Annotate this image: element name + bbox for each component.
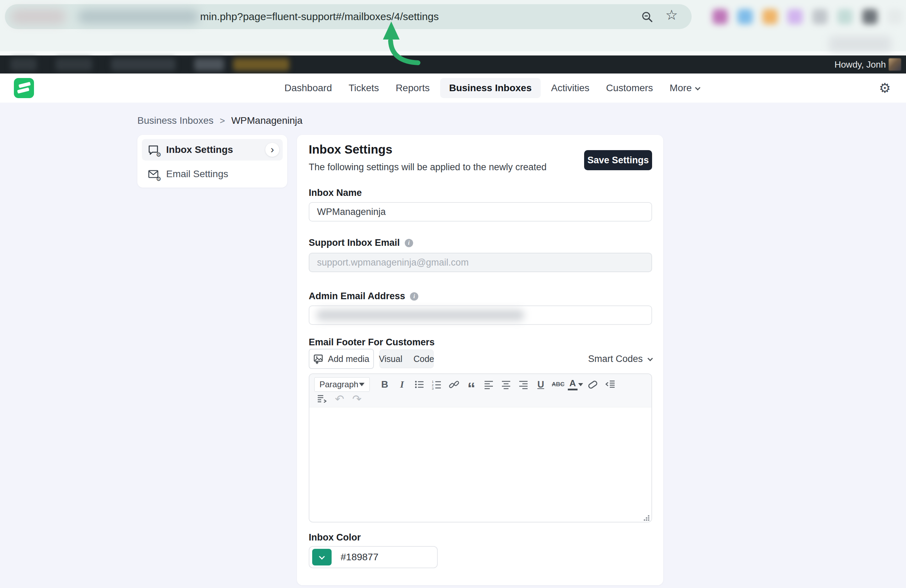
align-center-button[interactable] xyxy=(498,377,514,392)
editor-toolbar: Paragraph B I 123 xyxy=(309,374,651,407)
blurred-menu-item[interactable] xyxy=(111,58,175,71)
label-text: Admin Email Address xyxy=(309,291,405,302)
undo-button[interactable]: ↶ xyxy=(332,392,348,406)
wp-admin-bar: Howdy, Jonh xyxy=(0,56,906,73)
fluent-support-logo-icon[interactable] xyxy=(14,78,34,98)
breadcrumb-separator: > xyxy=(220,115,225,126)
smart-codes-label: Smart Codes xyxy=(588,354,643,364)
blurred-menu-item[interactable] xyxy=(233,58,289,71)
nav-menu: Dashboard Tickets Reports Business Inbox… xyxy=(276,73,708,103)
nav-item-activities[interactable]: Activities xyxy=(543,73,598,103)
editor-mode-tabs: Visual Code xyxy=(380,349,434,368)
info-icon[interactable]: i xyxy=(405,239,413,247)
breadcrumb: Business Inboxes > WPManageninja xyxy=(137,115,303,126)
support-inbox-email-label: Support Inbox Email i xyxy=(309,237,413,248)
blurred-menu-item[interactable] xyxy=(194,58,224,71)
nav-item-business-inboxes[interactable]: Business Inboxes xyxy=(440,78,541,98)
avatar[interactable] xyxy=(888,58,901,71)
nav-item-customers[interactable]: Customers xyxy=(598,73,661,103)
inbox-name-label: Inbox Name xyxy=(309,188,362,198)
paragraph-label: Paragraph xyxy=(319,380,358,389)
extension-icon[interactable] xyxy=(713,9,728,24)
more-label: More xyxy=(670,83,692,94)
extension-icon[interactable] xyxy=(837,9,853,24)
blurred-url-prefix xyxy=(78,10,199,24)
text-color-button[interactable]: A xyxy=(568,377,584,392)
admin-email-label: Admin Email Address i xyxy=(309,291,418,302)
add-media-label: Add media xyxy=(328,354,369,364)
extension-icon[interactable] xyxy=(737,9,753,24)
sidebar-item-inbox-settings[interactable]: ⚙ Inbox Settings › xyxy=(142,139,283,161)
tab-code[interactable]: Code xyxy=(409,354,439,364)
breadcrumb-current: WPManageninja xyxy=(231,115,303,126)
outdent-button[interactable] xyxy=(602,377,618,392)
bookmark-star-icon[interactable]: ☆ xyxy=(665,7,678,23)
page-content: Business Inboxes > WPManageninja ⚙ Inbox… xyxy=(0,103,906,588)
extension-icon[interactable] xyxy=(787,9,802,24)
svg-text:1: 1 xyxy=(432,380,434,384)
breadcrumb-parent[interactable]: Business Inboxes xyxy=(137,115,213,126)
howdy-greeting[interactable]: Howdy, Jonh xyxy=(834,56,886,73)
address-bar[interactable]: min.php?page=fluent-support#/mailboxes/4… xyxy=(5,4,692,29)
email-footer-label: Email Footer For Customers xyxy=(309,337,435,348)
extension-icon[interactable] xyxy=(812,9,828,24)
chevron-down-icon xyxy=(695,85,701,91)
extension-toolbar xyxy=(713,6,903,27)
sidebar-item-email-settings[interactable]: ⚙ Email Settings xyxy=(142,163,283,185)
strikethrough-button[interactable]: ABC xyxy=(550,377,566,392)
menu-icon[interactable] xyxy=(887,9,903,24)
info-icon[interactable]: i xyxy=(410,292,418,301)
chevron-down-icon xyxy=(578,383,583,386)
color-swatch[interactable] xyxy=(312,549,332,566)
align-left-button[interactable] xyxy=(481,377,497,392)
label-text: Inbox Color xyxy=(309,532,361,543)
blurred-bookmark-item xyxy=(829,36,892,52)
support-inbox-email-input[interactable] xyxy=(309,253,652,272)
underline-button[interactable]: U xyxy=(533,377,549,392)
nav-item-more[interactable]: More xyxy=(662,83,708,94)
color-value: #189877 xyxy=(341,551,378,563)
nav-item-dashboard[interactable]: Dashboard xyxy=(276,73,340,103)
nav-item-tickets[interactable]: Tickets xyxy=(340,73,388,103)
bullet-list-button[interactable] xyxy=(412,377,427,392)
paste-as-text-button[interactable] xyxy=(314,392,330,406)
label-text: Inbox Name xyxy=(309,188,362,198)
link-button[interactable] xyxy=(446,377,462,392)
nav-item-reports[interactable]: Reports xyxy=(388,73,438,103)
blurred-email-value xyxy=(316,309,525,321)
annotation-arrow-icon xyxy=(375,18,427,68)
editor-textarea[interactable] xyxy=(309,407,651,523)
profile-icon[interactable] xyxy=(862,9,877,24)
page-title: Inbox Settings xyxy=(309,142,392,156)
inbox-color-picker[interactable]: #189877 xyxy=(309,546,438,568)
chevron-down-icon xyxy=(319,554,325,559)
redo-button[interactable]: ↷ xyxy=(349,392,365,406)
chevron-right-icon: › xyxy=(265,143,279,157)
email-footer-editor: Paragraph B I 123 xyxy=(309,373,652,523)
blurred-menu-item[interactable] xyxy=(56,58,92,71)
tab-visual[interactable]: Visual xyxy=(375,354,407,364)
inbox-settings-panel: Inbox Settings The following settings wi… xyxy=(297,135,663,585)
align-right-button[interactable] xyxy=(515,377,531,392)
add-media-button[interactable]: Add media xyxy=(309,349,374,369)
gear-icon: ⚙ xyxy=(156,152,161,158)
add-media-icon xyxy=(313,354,324,364)
save-settings-button[interactable]: Save Settings xyxy=(584,150,652,170)
eraser-icon xyxy=(587,380,598,389)
smart-codes-dropdown[interactable]: Smart Codes xyxy=(588,349,652,369)
inbox-color-label: Inbox Color xyxy=(309,532,361,543)
select-arrow-icon xyxy=(359,383,365,386)
extension-icon[interactable] xyxy=(762,9,778,24)
zoom-out-icon[interactable] xyxy=(641,11,654,23)
sidebar-item-label: Email Settings xyxy=(166,169,228,180)
numbered-list-button[interactable]: 123 xyxy=(429,377,445,392)
inbox-name-input[interactable] xyxy=(309,202,652,221)
blockquote-button[interactable]: “ xyxy=(463,377,479,392)
italic-button[interactable]: I xyxy=(394,377,410,392)
gear-icon: ⚙ xyxy=(156,176,161,182)
bold-button[interactable]: B xyxy=(377,377,392,392)
clear-formatting-button[interactable] xyxy=(585,377,601,392)
paragraph-select[interactable]: Paragraph xyxy=(314,377,370,392)
blurred-menu-item[interactable] xyxy=(10,58,37,71)
settings-gear-icon[interactable]: ⚙ xyxy=(879,73,891,103)
